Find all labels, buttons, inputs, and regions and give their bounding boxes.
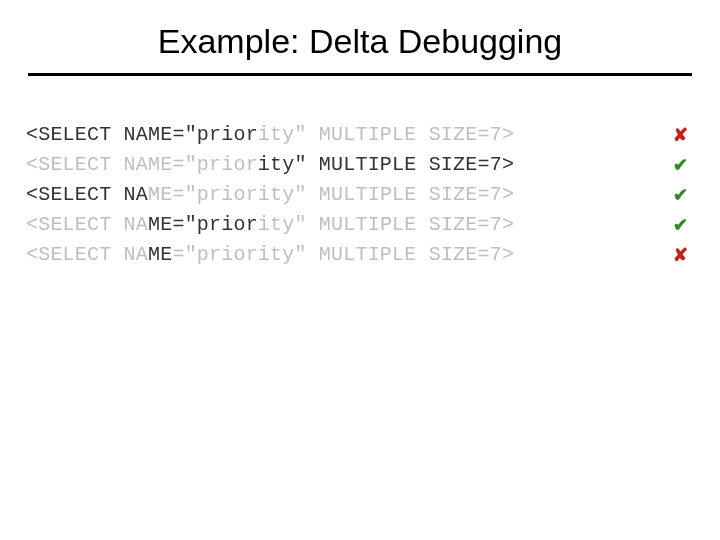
check-icon: ✔ <box>673 180 688 210</box>
slide: Example: Delta Debugging <SELECT NAME="p… <box>0 0 720 540</box>
code-segment-faded: ME="prior <box>148 180 258 210</box>
result-cell: ✔ <box>514 150 694 180</box>
code-row: <SELECT NAME="priority" MULTIPLE SIZE=7>… <box>26 150 694 180</box>
slide-title: Example: Delta Debugging <box>0 0 720 69</box>
code-segment-faded: ="priority" MULTIPLE SIZE=7> <box>172 240 514 270</box>
code-segment-faded: <SELECT NA <box>26 210 148 240</box>
code-segment: ME="prior <box>148 210 258 240</box>
result-cell: ✘ <box>514 240 694 270</box>
title-rule <box>28 73 692 76</box>
code-row: <SELECT NAME="priority" MULTIPLE SIZE=7>… <box>26 210 694 240</box>
cross-icon: ✘ <box>673 240 688 270</box>
check-icon: ✔ <box>673 210 688 240</box>
code-segment: <SELECT NA <box>26 180 148 210</box>
code-row: <SELECT NAME="priority" MULTIPLE SIZE=7>… <box>26 120 694 150</box>
code-row: <SELECT NAME="priority" MULTIPLE SIZE=7>… <box>26 180 694 210</box>
code-segment: ME <box>148 240 172 270</box>
result-cell: ✔ <box>514 180 694 210</box>
code-segment: <SELECT NAME="prior <box>26 120 258 150</box>
code-segment: ity" MULTIPLE SIZE=7> <box>258 150 514 180</box>
code-segment-faded: <SELECT NA <box>26 240 148 270</box>
code-segment-faded: ity" MULTIPLE SIZE=7> <box>258 180 514 210</box>
check-icon: ✔ <box>673 150 688 180</box>
code-block: <SELECT NAME="priority" MULTIPLE SIZE=7>… <box>26 120 694 270</box>
result-cell: ✔ <box>514 210 694 240</box>
code-row: <SELECT NAME="priority" MULTIPLE SIZE=7>… <box>26 240 694 270</box>
cross-icon: ✘ <box>673 120 688 150</box>
code-segment-faded: ity" MULTIPLE SIZE=7> <box>258 120 514 150</box>
code-segment-faded: <SELECT NAME="prior <box>26 150 258 180</box>
code-segment-faded: ity" MULTIPLE SIZE=7> <box>258 210 514 240</box>
result-cell: ✘ <box>514 120 694 150</box>
